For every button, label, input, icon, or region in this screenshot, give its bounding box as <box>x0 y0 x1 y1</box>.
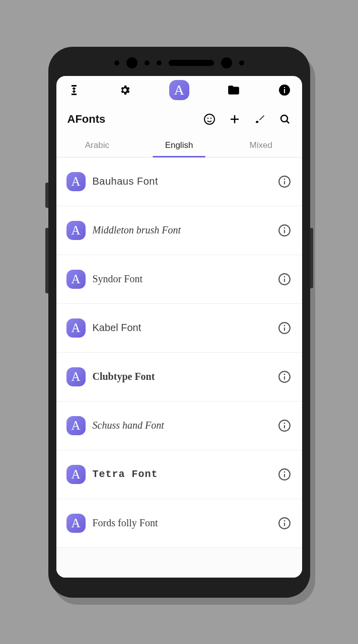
font-badge-icon: A <box>66 221 86 240</box>
list-item[interactable]: A Clubtype Font <box>56 353 302 401</box>
font-name: Clubtype Font <box>93 371 278 382</box>
top-icon-bar: A <box>56 76 302 104</box>
tab-arabic[interactable]: Arabic <box>56 134 138 157</box>
font-badge-icon: A <box>66 318 86 338</box>
font-name: Syndor Font <box>93 273 278 285</box>
about-icon[interactable] <box>278 84 291 97</box>
info-icon[interactable] <box>278 224 291 237</box>
font-badge-icon: A <box>66 270 86 289</box>
info-icon[interactable] <box>278 175 291 188</box>
tab-bar: Arabic English Mixed <box>56 134 302 157</box>
font-name: Schuss hand Font <box>93 420 278 431</box>
svg-line-9 <box>287 121 289 123</box>
list-item[interactable]: A Fords folly Font <box>56 499 302 548</box>
brush-icon[interactable] <box>254 113 266 125</box>
svg-rect-1 <box>284 89 285 93</box>
info-icon[interactable] <box>278 370 291 383</box>
phone-side-button <box>45 228 48 293</box>
app-screen: A AFonts <box>56 76 302 578</box>
page-title: AFonts <box>67 113 203 126</box>
font-list: A Bauhaus Font A Middleton brush Font A … <box>56 157 302 578</box>
font-name: Tetra Font <box>93 468 278 480</box>
list-item[interactable]: A Tetra Font <box>56 450 302 499</box>
info-icon[interactable] <box>278 273 291 286</box>
list-item[interactable]: A Bauhaus Font <box>56 157 302 206</box>
phone-notch <box>48 56 310 70</box>
tab-english[interactable]: English <box>138 134 220 157</box>
svg-rect-2 <box>284 87 285 88</box>
tab-mixed[interactable]: Mixed <box>220 134 302 157</box>
svg-point-24 <box>283 373 285 375</box>
title-actions <box>203 113 291 125</box>
font-badge-icon: A <box>66 465 86 484</box>
font-badge-icon: A <box>66 367 86 386</box>
title-bar: AFonts <box>56 104 302 134</box>
search-icon[interactable] <box>279 113 291 125</box>
settings-icon[interactable] <box>118 84 131 97</box>
font-name: Kabel Font <box>93 322 278 334</box>
svg-point-30 <box>283 471 285 472</box>
emoji-icon[interactable] <box>203 113 216 125</box>
font-name: Fords folly Font <box>93 517 278 529</box>
info-icon[interactable] <box>278 468 291 481</box>
list-item[interactable]: A Kabel Font <box>56 304 302 353</box>
font-badge-icon: A <box>66 416 86 435</box>
phone-side-button <box>310 228 313 288</box>
list-item[interactable]: A Middleton brush Font <box>56 206 302 255</box>
svg-point-12 <box>283 178 285 180</box>
info-icon[interactable] <box>278 517 291 530</box>
svg-point-18 <box>283 276 285 277</box>
info-icon[interactable] <box>278 321 291 335</box>
svg-point-33 <box>283 520 285 521</box>
svg-point-21 <box>283 325 285 326</box>
svg-point-3 <box>204 114 214 124</box>
info-icon[interactable] <box>278 419 291 432</box>
folder-icon[interactable] <box>227 84 240 97</box>
svg-point-15 <box>283 227 285 228</box>
svg-point-5 <box>210 117 211 118</box>
font-badge-icon: A <box>66 172 86 191</box>
font-name: Bauhaus Font <box>93 176 278 187</box>
svg-point-4 <box>207 117 208 118</box>
phone-frame: A AFonts <box>48 47 310 598</box>
app-logo[interactable]: A <box>169 80 189 100</box>
dev-mode-icon[interactable] <box>67 84 81 97</box>
svg-point-27 <box>283 422 285 424</box>
list-item[interactable]: A Syndor Font <box>56 255 302 304</box>
phone-side-button <box>45 183 48 208</box>
add-icon[interactable] <box>229 113 241 125</box>
list-item[interactable]: A Schuss hand Font <box>56 401 302 450</box>
font-badge-icon: A <box>66 514 86 533</box>
font-name: Middleton brush Font <box>93 224 278 236</box>
